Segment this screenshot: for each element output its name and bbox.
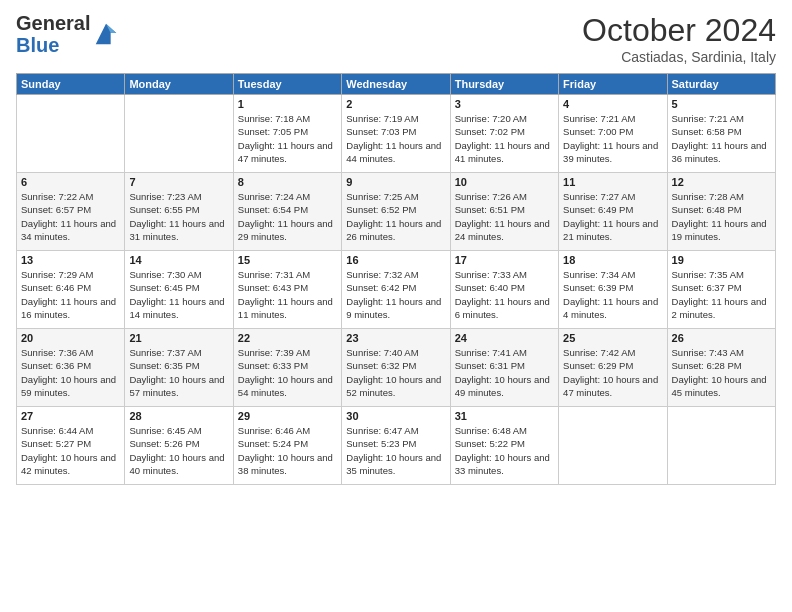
day-number: 4	[563, 98, 662, 110]
table-row: 7Sunrise: 7:23 AM Sunset: 6:55 PM Daylig…	[125, 173, 233, 251]
day-number: 31	[455, 410, 554, 422]
day-number: 16	[346, 254, 445, 266]
day-info: Sunrise: 7:39 AM Sunset: 6:33 PM Dayligh…	[238, 346, 337, 399]
table-row: 8Sunrise: 7:24 AM Sunset: 6:54 PM Daylig…	[233, 173, 341, 251]
day-info: Sunrise: 7:21 AM Sunset: 7:00 PM Dayligh…	[563, 112, 662, 165]
table-row: 4Sunrise: 7:21 AM Sunset: 7:00 PM Daylig…	[559, 95, 667, 173]
table-row: 31Sunrise: 6:48 AM Sunset: 5:22 PM Dayli…	[450, 407, 558, 485]
table-row: 13Sunrise: 7:29 AM Sunset: 6:46 PM Dayli…	[17, 251, 125, 329]
table-row: 1Sunrise: 7:18 AM Sunset: 7:05 PM Daylig…	[233, 95, 341, 173]
table-row: 19Sunrise: 7:35 AM Sunset: 6:37 PM Dayli…	[667, 251, 775, 329]
day-info: Sunrise: 7:34 AM Sunset: 6:39 PM Dayligh…	[563, 268, 662, 321]
day-info: Sunrise: 6:48 AM Sunset: 5:22 PM Dayligh…	[455, 424, 554, 477]
table-row: 10Sunrise: 7:26 AM Sunset: 6:51 PM Dayli…	[450, 173, 558, 251]
table-row	[17, 95, 125, 173]
day-info: Sunrise: 7:41 AM Sunset: 6:31 PM Dayligh…	[455, 346, 554, 399]
day-number: 1	[238, 98, 337, 110]
day-info: Sunrise: 7:29 AM Sunset: 6:46 PM Dayligh…	[21, 268, 120, 321]
day-number: 7	[129, 176, 228, 188]
svg-marker-0	[96, 24, 117, 45]
day-number: 28	[129, 410, 228, 422]
day-info: Sunrise: 7:43 AM Sunset: 6:28 PM Dayligh…	[672, 346, 771, 399]
day-info: Sunrise: 6:44 AM Sunset: 5:27 PM Dayligh…	[21, 424, 120, 477]
day-number: 3	[455, 98, 554, 110]
day-info: Sunrise: 7:37 AM Sunset: 6:35 PM Dayligh…	[129, 346, 228, 399]
logo-icon	[92, 20, 120, 48]
table-row: 18Sunrise: 7:34 AM Sunset: 6:39 PM Dayli…	[559, 251, 667, 329]
col-monday: Monday	[125, 74, 233, 95]
table-row: 25Sunrise: 7:42 AM Sunset: 6:29 PM Dayli…	[559, 329, 667, 407]
day-number: 26	[672, 332, 771, 344]
table-row: 22Sunrise: 7:39 AM Sunset: 6:33 PM Dayli…	[233, 329, 341, 407]
col-wednesday: Wednesday	[342, 74, 450, 95]
day-info: Sunrise: 7:30 AM Sunset: 6:45 PM Dayligh…	[129, 268, 228, 321]
col-tuesday: Tuesday	[233, 74, 341, 95]
day-info: Sunrise: 7:20 AM Sunset: 7:02 PM Dayligh…	[455, 112, 554, 165]
logo: General Blue	[16, 12, 120, 56]
table-row: 6Sunrise: 7:22 AM Sunset: 6:57 PM Daylig…	[17, 173, 125, 251]
table-row: 3Sunrise: 7:20 AM Sunset: 7:02 PM Daylig…	[450, 95, 558, 173]
day-info: Sunrise: 7:36 AM Sunset: 6:36 PM Dayligh…	[21, 346, 120, 399]
day-info: Sunrise: 7:31 AM Sunset: 6:43 PM Dayligh…	[238, 268, 337, 321]
day-number: 14	[129, 254, 228, 266]
calendar-week-1: 1Sunrise: 7:18 AM Sunset: 7:05 PM Daylig…	[17, 95, 776, 173]
day-info: Sunrise: 7:26 AM Sunset: 6:51 PM Dayligh…	[455, 190, 554, 243]
day-number: 27	[21, 410, 120, 422]
table-row: 2Sunrise: 7:19 AM Sunset: 7:03 PM Daylig…	[342, 95, 450, 173]
day-info: Sunrise: 7:22 AM Sunset: 6:57 PM Dayligh…	[21, 190, 120, 243]
table-row: 23Sunrise: 7:40 AM Sunset: 6:32 PM Dayli…	[342, 329, 450, 407]
day-info: Sunrise: 7:18 AM Sunset: 7:05 PM Dayligh…	[238, 112, 337, 165]
day-number: 11	[563, 176, 662, 188]
calendar-week-4: 20Sunrise: 7:36 AM Sunset: 6:36 PM Dayli…	[17, 329, 776, 407]
col-sunday: Sunday	[17, 74, 125, 95]
table-row: 9Sunrise: 7:25 AM Sunset: 6:52 PM Daylig…	[342, 173, 450, 251]
day-number: 17	[455, 254, 554, 266]
calendar-week-2: 6Sunrise: 7:22 AM Sunset: 6:57 PM Daylig…	[17, 173, 776, 251]
day-info: Sunrise: 7:28 AM Sunset: 6:48 PM Dayligh…	[672, 190, 771, 243]
day-number: 25	[563, 332, 662, 344]
col-saturday: Saturday	[667, 74, 775, 95]
day-info: Sunrise: 7:25 AM Sunset: 6:52 PM Dayligh…	[346, 190, 445, 243]
table-row: 29Sunrise: 6:46 AM Sunset: 5:24 PM Dayli…	[233, 407, 341, 485]
calendar-week-5: 27Sunrise: 6:44 AM Sunset: 5:27 PM Dayli…	[17, 407, 776, 485]
table-row: 15Sunrise: 7:31 AM Sunset: 6:43 PM Dayli…	[233, 251, 341, 329]
table-row: 26Sunrise: 7:43 AM Sunset: 6:28 PM Dayli…	[667, 329, 775, 407]
day-number: 23	[346, 332, 445, 344]
table-row: 11Sunrise: 7:27 AM Sunset: 6:49 PM Dayli…	[559, 173, 667, 251]
day-info: Sunrise: 7:19 AM Sunset: 7:03 PM Dayligh…	[346, 112, 445, 165]
day-number: 6	[21, 176, 120, 188]
day-number: 5	[672, 98, 771, 110]
day-number: 24	[455, 332, 554, 344]
day-number: 20	[21, 332, 120, 344]
page: General Blue October 2024 Castiadas, Sar…	[0, 0, 792, 612]
table-row	[667, 407, 775, 485]
day-info: Sunrise: 6:46 AM Sunset: 5:24 PM Dayligh…	[238, 424, 337, 477]
day-info: Sunrise: 7:40 AM Sunset: 6:32 PM Dayligh…	[346, 346, 445, 399]
day-number: 22	[238, 332, 337, 344]
calendar-table: Sunday Monday Tuesday Wednesday Thursday…	[16, 73, 776, 485]
day-number: 19	[672, 254, 771, 266]
day-number: 29	[238, 410, 337, 422]
day-number: 10	[455, 176, 554, 188]
day-info: Sunrise: 7:27 AM Sunset: 6:49 PM Dayligh…	[563, 190, 662, 243]
table-row: 21Sunrise: 7:37 AM Sunset: 6:35 PM Dayli…	[125, 329, 233, 407]
day-number: 9	[346, 176, 445, 188]
location: Castiadas, Sardinia, Italy	[582, 49, 776, 65]
day-info: Sunrise: 6:47 AM Sunset: 5:23 PM Dayligh…	[346, 424, 445, 477]
table-row: 27Sunrise: 6:44 AM Sunset: 5:27 PM Dayli…	[17, 407, 125, 485]
day-number: 13	[21, 254, 120, 266]
day-info: Sunrise: 7:35 AM Sunset: 6:37 PM Dayligh…	[672, 268, 771, 321]
calendar-week-3: 13Sunrise: 7:29 AM Sunset: 6:46 PM Dayli…	[17, 251, 776, 329]
col-friday: Friday	[559, 74, 667, 95]
day-number: 15	[238, 254, 337, 266]
day-number: 18	[563, 254, 662, 266]
day-number: 2	[346, 98, 445, 110]
table-row: 24Sunrise: 7:41 AM Sunset: 6:31 PM Dayli…	[450, 329, 558, 407]
table-row	[559, 407, 667, 485]
table-row: 14Sunrise: 7:30 AM Sunset: 6:45 PM Dayli…	[125, 251, 233, 329]
table-row: 12Sunrise: 7:28 AM Sunset: 6:48 PM Dayli…	[667, 173, 775, 251]
table-row	[125, 95, 233, 173]
table-row: 16Sunrise: 7:32 AM Sunset: 6:42 PM Dayli…	[342, 251, 450, 329]
table-row: 17Sunrise: 7:33 AM Sunset: 6:40 PM Dayli…	[450, 251, 558, 329]
table-row: 30Sunrise: 6:47 AM Sunset: 5:23 PM Dayli…	[342, 407, 450, 485]
